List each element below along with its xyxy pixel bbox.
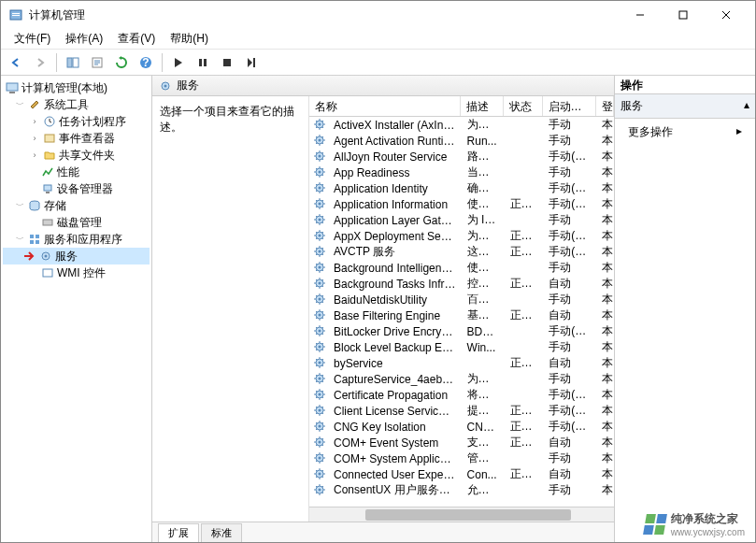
col-description[interactable]: 描述 <box>461 96 504 116</box>
col-startup-type[interactable]: 启动类型 <box>543 96 596 116</box>
export-button[interactable] <box>86 51 108 74</box>
show-hide-tree-button[interactable] <box>62 51 84 74</box>
cell-startup-type: 自动 <box>543 307 596 323</box>
service-row[interactable]: Base Filtering Engine基本 ...正在 ...自动本 <box>309 307 614 323</box>
back-button[interactable] <box>5 51 27 74</box>
service-row[interactable]: AllJoyn Router Service路由 ...手动(触发 ...本 <box>309 149 614 164</box>
service-icon <box>313 197 328 212</box>
col-logon-as[interactable]: 登 <box>596 96 614 116</box>
service-row[interactable]: Connected User Experienc...Con...正在 ...自… <box>309 466 614 482</box>
cell-name: byService <box>328 357 462 370</box>
service-row[interactable]: BaiduNetdiskUtility百度 ...手动本 <box>309 292 614 307</box>
service-row[interactable]: Application Identity确定 ...手动(触发 ...本 <box>309 180 614 196</box>
tree-disk-management[interactable]: 磁盘管理 <box>3 214 150 231</box>
services-list[interactable]: ActiveX Installer (AxInstSV)为从 ...手动本Age… <box>309 117 614 507</box>
service-row[interactable]: CaptureService_4aeb7ca为调 ...手动本 <box>309 371 614 387</box>
svg-point-60 <box>319 329 321 332</box>
service-row[interactable]: App Readiness当用 ...手动本 <box>309 164 614 180</box>
stop-service-button[interactable] <box>216 51 238 74</box>
svg-point-64 <box>319 361 321 364</box>
tab-standard[interactable]: 标准 <box>201 523 242 542</box>
actions-more[interactable]: 更多操作 ▸ <box>615 119 755 146</box>
service-row[interactable]: AVCTP 服务这是 ...正在 ...手动(触发 ...本 <box>309 244 614 260</box>
cell-logon: 本 <box>596 149 614 164</box>
service-row[interactable]: Block Level Backup Engine ...Win...手动本 <box>309 339 614 355</box>
service-row[interactable]: ActiveX Installer (AxInstSV)为从 ...手动本 <box>309 117 614 133</box>
service-icon <box>313 181 328 196</box>
actions-more-label: 更多操作 <box>628 125 673 138</box>
service-row[interactable]: Certificate Propagation将用 ...手动(触发 ...本 <box>309 387 614 403</box>
expand-icon[interactable]: › <box>29 116 40 127</box>
forward-button[interactable] <box>29 51 51 74</box>
tree-shared-folders[interactable]: ›共享文件夹 <box>3 147 150 164</box>
cell-status: 正在 ... <box>505 403 544 419</box>
expand-icon[interactable]: › <box>29 150 40 161</box>
tree-label: 共享文件夹 <box>59 148 115 164</box>
refresh-button[interactable] <box>110 51 133 74</box>
menu-action[interactable]: 操作(A) <box>58 29 110 49</box>
actions-header: 操作 <box>615 76 755 94</box>
collapse-icon[interactable]: ﹀ <box>14 200 25 211</box>
menu-help[interactable]: 帮助(H) <box>163 29 216 49</box>
tree-event-viewer[interactable]: ›事件查看器 <box>3 130 150 147</box>
scrollbar-thumb[interactable] <box>365 509 571 521</box>
expand-icon[interactable]: › <box>29 133 40 144</box>
actions-section[interactable]: 服务 ▴ <box>615 94 755 119</box>
collapse-icon[interactable]: ﹀ <box>14 234 25 245</box>
collapse-icon[interactable]: ﹀ <box>14 99 25 110</box>
service-row[interactable]: BitLocker Drive Encryption ...BDE...手动(触… <box>309 323 614 339</box>
service-row[interactable]: Background Tasks Infrastru...控制 ...正在 ..… <box>309 276 614 292</box>
menu-file[interactable]: 文件(F) <box>7 29 58 49</box>
start-service-button[interactable] <box>167 51 190 74</box>
menu-view[interactable]: 查看(V) <box>110 29 163 49</box>
service-row[interactable]: Background Intelligent Tra...使用 ...手动本 <box>309 260 614 276</box>
service-row[interactable]: COM+ System Application管理 ...手动本 <box>309 450 614 466</box>
service-row[interactable]: CNG Key IsolationCNG ...正在 ...手动(触发 ...本 <box>309 419 614 435</box>
cell-name: COM+ System Application <box>328 452 462 465</box>
tree-system-tools[interactable]: ﹀ 系统工具 <box>3 96 150 113</box>
tree-services[interactable]: 服务 <box>3 248 150 264</box>
help-button[interactable]: ? <box>135 51 157 74</box>
svg-point-40 <box>319 170 321 173</box>
navigation-tree[interactable]: 计算机管理(本地) ﹀ 系统工具 ›任务计划程序 ›事件查看器 ›共享文件夹 性… <box>1 76 152 542</box>
tree-device-manager[interactable]: 设备管理器 <box>3 180 150 197</box>
cell-name: Background Intelligent Tra... <box>328 262 462 275</box>
svg-point-54 <box>319 281 321 284</box>
service-row[interactable]: Application Information使用 ...正在 ...手动(触发… <box>309 196 614 212</box>
col-status[interactable]: 状态 <box>504 96 543 116</box>
horizontal-scrollbar[interactable] <box>309 507 614 522</box>
svg-rect-1 <box>12 13 20 14</box>
cell-startup-type: 手动 <box>543 164 596 180</box>
service-row[interactable]: Client License Service (Clip...提供 ...正在 … <box>309 403 614 419</box>
pause-service-button[interactable] <box>192 51 214 74</box>
tree-performance[interactable]: 性能 <box>3 164 150 180</box>
cell-logon: 本 <box>596 435 614 450</box>
tree-services-apps[interactable]: ﹀服务和应用程序 <box>3 231 150 248</box>
close-button[interactable] <box>705 1 748 29</box>
service-row[interactable]: Application Layer Gateway ...为 In...手动本 <box>309 212 614 228</box>
service-description-pane: 选择一个项目来查看它的描述。 <box>152 96 309 522</box>
cell-startup-type: 手动 <box>543 212 596 228</box>
cell-logon: 本 <box>596 466 614 482</box>
tree-task-scheduler[interactable]: ›任务计划程序 <box>3 113 150 130</box>
restart-service-button[interactable] <box>240 51 263 74</box>
tree-storage[interactable]: ﹀存储 <box>3 197 150 214</box>
minimize-button[interactable] <box>619 1 662 29</box>
svg-rect-23 <box>43 220 52 225</box>
service-row[interactable]: Agent Activation Runtime ...Run...手动本 <box>309 133 614 149</box>
service-row[interactable]: byService正在 ...自动本 <box>309 355 614 371</box>
svg-point-62 <box>319 345 321 348</box>
cell-status: 正在 ... <box>505 276 544 292</box>
svg-point-70 <box>319 408 321 411</box>
col-name[interactable]: 名称 <box>309 96 461 116</box>
collapse-icon[interactable]: ▴ <box>744 98 749 114</box>
toolbar: ? <box>1 50 755 76</box>
service-row[interactable]: ConsentUX 用户服务_4aeb...允许 ...手动本 <box>309 482 614 498</box>
maximize-button[interactable] <box>662 1 705 29</box>
service-row[interactable]: AppX Deployment Service ...为部 ...正在 ...手… <box>309 228 614 244</box>
tab-extended[interactable]: 扩展 <box>158 523 199 542</box>
tree-wmi-control[interactable]: WMI 控件 <box>3 264 150 281</box>
tree-root[interactable]: 计算机管理(本地) <box>3 79 150 96</box>
svg-rect-8 <box>73 58 78 67</box>
service-row[interactable]: COM+ Event System支持 ...正在 ...自动本 <box>309 435 614 450</box>
